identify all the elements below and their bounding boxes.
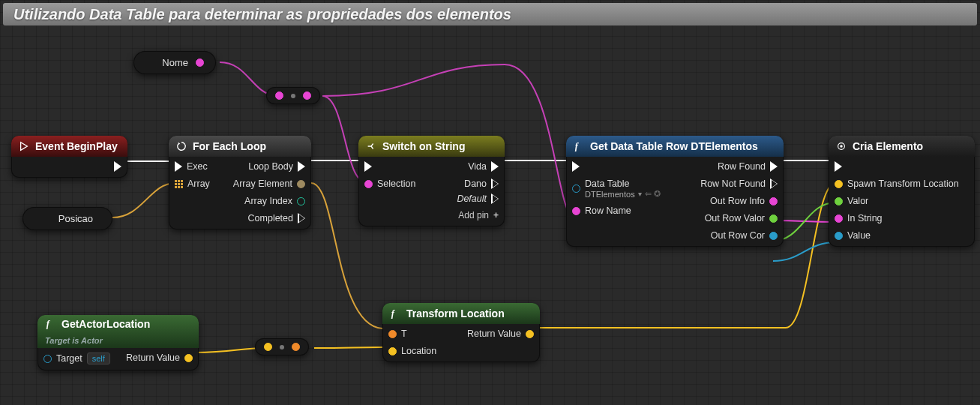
node-header: For Each Loop — [169, 136, 311, 157]
svg-text:f: f — [46, 319, 51, 329]
pin-return-value-out[interactable]: Return Value — [126, 352, 193, 363]
node-title: For Each Loop — [193, 140, 266, 152]
pin-array-element-out[interactable]: Array Element — [233, 178, 305, 189]
plus-icon: + — [493, 210, 499, 220]
add-pin-button[interactable]: Add pin+ — [458, 210, 499, 220]
node-header: Switch on String — [358, 136, 505, 157]
reroute-node-1[interactable] — [266, 87, 320, 104]
pin-output-string[interactable] — [196, 58, 204, 67]
reroute-dot — [280, 345, 284, 350]
collapse-icon — [836, 141, 847, 152]
pin-outrowcor-out[interactable]: Out Row Cor — [711, 230, 778, 241]
chevron-down-icon[interactable]: ▾ — [638, 190, 642, 198]
pin-location-in[interactable]: Location — [388, 346, 436, 356]
node-title: Event BeginPlay — [35, 140, 118, 152]
pin-spawn-transform-location[interactable]: Spawn Transform Location — [835, 178, 959, 189]
node-get-data-table-row[interactable]: f Get Data Table Row DTElementos Data Ta… — [566, 136, 784, 247]
variable-posicao[interactable]: Posicao — [22, 207, 112, 230]
pin-instring[interactable]: In String — [835, 213, 959, 224]
pin-exec-in[interactable] — [835, 161, 959, 172]
reroute-dot — [291, 94, 295, 98]
node-header: f GetActorLocation Target is Actor — [37, 315, 199, 348]
pin-loopbody-out[interactable]: Loop Body — [248, 161, 305, 172]
datatable-value: DTElementos — [585, 190, 635, 199]
node-title: Cria Elemento — [853, 140, 923, 152]
node-header: f Get Data Table Row DTElementos — [566, 136, 784, 157]
node-event-beginplay[interactable]: Event BeginPlay — [11, 136, 127, 178]
node-header: Cria Elemento — [829, 136, 975, 157]
pin-exec-in[interactable]: Exec — [175, 161, 210, 172]
pin-datatable-in[interactable]: Data Table DTElementos ▾ ⇐ ✪ — [572, 178, 661, 199]
node-header: f Transform Location — [382, 303, 540, 324]
reroute-in[interactable] — [275, 92, 283, 100]
node-title: Transform Location — [406, 308, 505, 320]
node-cria-elemento[interactable]: Cria Elemento Spawn Transform Location V… — [829, 136, 975, 247]
pin-default[interactable]: Default — [457, 194, 499, 204]
variable-label: Nome — [162, 57, 188, 68]
pin-exec-in[interactable] — [572, 161, 661, 172]
function-icon: f — [574, 141, 584, 152]
variable-nome[interactable]: Nome — [133, 51, 216, 74]
browse-icon[interactable]: ⇐ ✪ — [645, 189, 661, 199]
node-title: GetActorLocation — [61, 318, 150, 330]
pin-valor[interactable]: Valor — [835, 196, 959, 206]
pin-outrowinfo-out[interactable]: Out Row Info — [710, 196, 778, 206]
reroute-in[interactable] — [264, 343, 272, 351]
pin-rowfound-out[interactable]: Row Found — [718, 161, 778, 172]
pin-rownotfound-out[interactable]: Row Not Found — [700, 178, 778, 189]
svg-marker-1 — [178, 142, 181, 146]
pin-t-in[interactable]: T — [388, 328, 436, 339]
svg-text:f: f — [391, 308, 396, 319]
function-icon: f — [45, 319, 55, 329]
svg-marker-0 — [21, 142, 28, 151]
pin-array-index-out[interactable]: Array Index — [244, 196, 305, 206]
svg-point-4 — [840, 145, 843, 148]
pin-case-dano[interactable]: Dano — [464, 178, 499, 189]
pin-exec-out[interactable] — [114, 161, 121, 172]
node-transform-location[interactable]: f Transform Location T Location Return V… — [382, 303, 540, 362]
node-subtitle: Target is Actor — [45, 336, 103, 345]
target-self-chip: self — [87, 352, 110, 364]
pin-array-in[interactable]: Array — [175, 178, 210, 189]
node-header: Event BeginPlay — [11, 136, 127, 157]
node-title: Switch on String — [382, 140, 465, 152]
node-title: Get Data Table Row DTElementos — [590, 140, 758, 152]
svg-text:f: f — [575, 141, 580, 152]
pin-completed-out[interactable]: Completed — [248, 213, 305, 224]
pin-value[interactable]: Value — [835, 230, 959, 241]
function-icon: f — [390, 308, 400, 319]
pin-outrowvalor-out[interactable]: Out Row Valor — [705, 213, 778, 224]
pin-selection-in[interactable]: Selection — [364, 178, 415, 189]
event-icon — [19, 141, 29, 152]
switch-icon — [366, 141, 376, 152]
reroute-node-2[interactable] — [255, 338, 309, 356]
pin-exec-in[interactable] — [364, 161, 415, 172]
node-foreach-loop[interactable]: For Each Loop Exec Array Loop Body Array… — [169, 136, 311, 230]
reroute-out[interactable] — [303, 92, 311, 100]
loop-icon — [176, 141, 187, 152]
pin-return-value-out[interactable]: Return Value — [467, 328, 534, 339]
variable-label: Posicao — [58, 213, 93, 224]
pin-case-vida[interactable]: Vida — [468, 161, 499, 172]
reroute-out[interactable] — [292, 343, 300, 351]
comment-title: Utilizando Data Table para determinar as… — [3, 3, 977, 26]
pin-rowname-in[interactable]: Row Name — [572, 206, 661, 216]
graph-canvas[interactable]: Nome Event BeginPlay Posicao For Each Lo… — [0, 28, 980, 405]
pin-target-in[interactable]: Target self — [43, 352, 110, 364]
node-get-actor-location[interactable]: f GetActorLocation Target is Actor Targe… — [37, 315, 199, 370]
node-switch-string[interactable]: Switch on String Selection Vida Dano Def… — [358, 136, 505, 226]
